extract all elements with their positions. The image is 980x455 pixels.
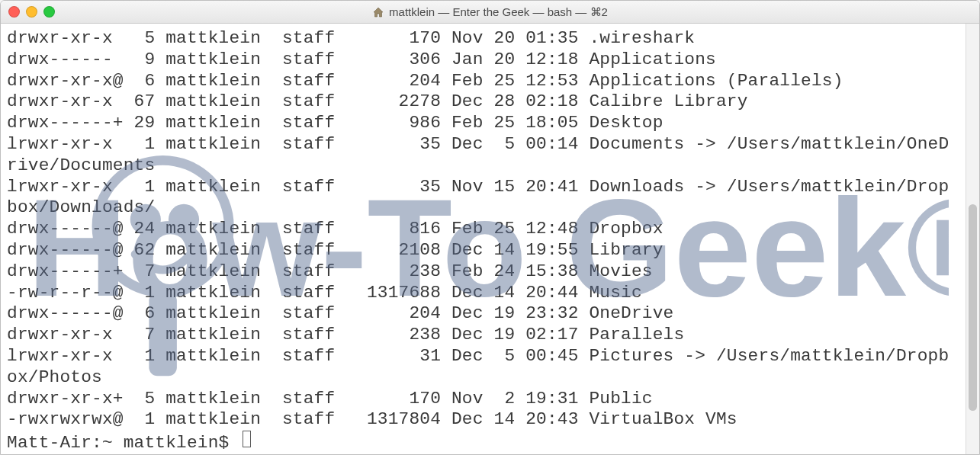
ls-row: drwxr-xr-x 67 mattklein staff 2278 Dec 2… [7,91,959,113]
cursor [243,431,251,447]
ls-row: -rw-r--r--@ 1 mattklein staff 1317688 De… [7,283,959,304]
prompt-text: Matt-Air:~ mattklein$ [7,433,239,453]
scrollbar-thumb[interactable] [969,204,977,411]
ls-row: drwx------@ 6 mattklein staff 204 Dec 19… [7,303,959,325]
terminal-window: mattklein — Enter the Geek — bash — ⌘2 d… [0,0,980,455]
window-titlebar[interactable]: mattklein — Enter the Geek — bash — ⌘2 [1,1,979,24]
terminal-output[interactable]: drwxr-xr-x 5 mattklein staff 170 Nov 20 … [1,24,966,454]
ls-row: drwxr-xr-x 7 mattklein staff 238 Dec 19 … [7,325,959,346]
maximize-button[interactable] [43,6,55,18]
ls-row: drwxr-xr-x 5 mattklein staff 170 Nov 20 … [7,28,959,50]
ls-row: lrwxr-xr-x 1 mattklein staff 35 Dec 5 00… [7,134,959,177]
ls-row: lrwxr-xr-x 1 mattklein staff 31 Dec 5 00… [7,346,959,389]
ls-row: drwx------+ 7 mattklein staff 238 Feb 24… [7,261,959,283]
ls-row: drwx------ 9 mattklein staff 306 Jan 20 … [7,50,959,71]
ls-row: drwxr-xr-x@ 6 mattklein staff 204 Feb 25… [7,71,959,92]
home-icon [372,6,384,18]
ls-row: lrwxr-xr-x 1 mattklein staff 35 Nov 15 2… [7,177,959,219]
window-title-text: mattklein — Enter the Geek — bash — ⌘2 [389,5,608,19]
ls-row: drwx------+ 29 mattklein staff 986 Feb 2… [7,113,959,134]
window-title: mattklein — Enter the Geek — bash — ⌘2 [1,5,979,19]
ls-row: -rwxrwxrwx@ 1 mattklein staff 1317804 De… [7,409,959,431]
scrollbar-track[interactable] [966,24,979,454]
ls-row: drwxr-xr-x+ 5 mattklein staff 170 Nov 2 … [7,389,959,410]
minimize-button[interactable] [26,6,37,18]
ls-row: drwx------@ 24 mattklein staff 816 Feb 2… [7,219,959,240]
close-button[interactable] [8,6,20,18]
ls-row: drwx------@ 62 mattklein staff 2108 Dec … [7,240,959,261]
content-area: drwxr-xr-x 5 mattklein staff 170 Nov 20 … [1,24,979,454]
prompt-line[interactable]: Matt-Air:~ mattklein$ [7,431,959,454]
traffic-lights [8,6,55,18]
